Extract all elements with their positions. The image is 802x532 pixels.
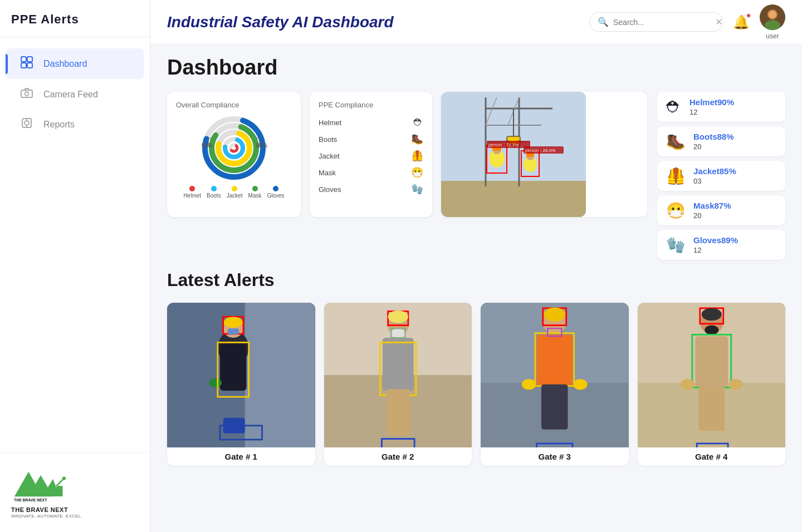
donut-chart: 90% 85% (200, 115, 267, 181)
camera-card: person - 72.2% person - 26.0% (441, 92, 647, 217)
svg-point-68 (224, 317, 243, 328)
ppe-item-helmet: Helmet ⛑ (319, 115, 423, 131)
compliance-pct-right: 85% (256, 142, 267, 149)
search-input[interactable] (613, 18, 711, 27)
topbar: Industrial Safety AI Dashboard 🔍 ✕ 🔔 (150, 0, 802, 45)
notification-area: 🔔 (733, 14, 750, 30)
svg-rect-2 (21, 63, 26, 68)
legend-gloves: Gloves (267, 186, 284, 199)
alert-gate4-label: Gate # 4 (638, 447, 786, 466)
stat-boots-info: Boots88% 20 (693, 132, 734, 151)
svg-point-104 (705, 326, 718, 335)
stat-helmet-count: 12 (689, 108, 734, 116)
legend-boots: Boots (207, 186, 221, 199)
alert-gate3-label: Gate # 3 (481, 447, 629, 466)
svg-rect-81 (382, 338, 413, 391)
sidebar-camera-label: Camera Feed (43, 90, 98, 100)
dashboard-icon (19, 56, 35, 71)
search-clear-icon[interactable]: ✕ (715, 17, 722, 27)
compliance-pct-left: 90% (202, 142, 213, 149)
alert-gate1-img (167, 303, 315, 447)
camera-icon (19, 88, 35, 101)
stat-mask-icon: 😷 (666, 201, 686, 220)
svg-point-103 (701, 308, 721, 321)
svg-point-107 (680, 379, 694, 390)
gloves-icon: 🧤 (411, 183, 423, 195)
svg-rect-92 (537, 334, 573, 386)
page-main-title: Industrial Safety AI Dashboard (167, 13, 394, 31)
stat-jacket-info: Jacket85% 03 (693, 166, 736, 185)
sidebar-logo-area: PPE Alerts (0, 0, 150, 37)
svg-line-13 (56, 479, 63, 486)
jacket-icon: 🦺 (411, 150, 423, 162)
sidebar-item-dashboard[interactable]: Dashboard (6, 48, 144, 79)
topbar-right: 🔍 ✕ 🔔 (589, 4, 785, 40)
stat-mask: 😷 Mask87% 20 (657, 195, 785, 225)
stat-boots-label: Boots88% (693, 132, 734, 141)
alert-gate1-label: Gate # 1 (167, 447, 315, 466)
stat-boots-count: 20 (693, 142, 734, 151)
legend-mask: Mask (248, 186, 262, 199)
legend-jacket: Jacket (227, 186, 243, 199)
alert-gate2: Gate # 2 (324, 303, 472, 466)
latest-alerts-title: Latest Alerts (167, 270, 785, 290)
sidebar-footer: THE BRAVE NEXT INNOVATE. AUTOMATE. EXCEL… (0, 452, 150, 532)
ppe-item-gloves: Gloves 🧤 (319, 181, 423, 198)
svg-point-95 (573, 379, 587, 390)
svg-point-80 (388, 311, 408, 323)
svg-point-83 (391, 328, 405, 338)
stat-jacket: 🦺 Jacket85% 03 (657, 161, 785, 191)
user-avatar[interactable] (760, 4, 785, 30)
stat-jacket-icon: 🦺 (666, 167, 686, 185)
svg-rect-109 (698, 386, 725, 431)
ppe-item-jacket: Jacket 🦺 (319, 147, 423, 164)
stat-gloves-label: Gloves89% (693, 235, 738, 245)
user-label: user (766, 32, 779, 40)
svg-rect-0 (21, 57, 26, 62)
mask-icon: 😷 (411, 166, 423, 179)
overall-compliance-title: Overall Compliance (176, 101, 292, 109)
svg-point-94 (522, 379, 536, 390)
sidebar-reports-label: Reports (43, 120, 75, 130)
alert-gate2-label: Gate # 2 (324, 447, 472, 466)
stat-gloves: 🧤 Gloves89% 12 (657, 230, 785, 260)
stat-helmet-info: Helmet90% 12 (689, 97, 734, 116)
stat-helmet: ⛑ Helmet90% 12 (657, 92, 785, 122)
svg-text:THE BRAVE NEXT: THE BRAVE NEXT (14, 498, 47, 502)
sidebar-item-camera-feed[interactable]: Camera Feed (6, 80, 144, 109)
alert-gate3: Gate # 3 (481, 303, 629, 466)
alert-gate4-img (638, 303, 786, 447)
svg-text:person - 26.0%: person - 26.0% (525, 148, 555, 153)
sidebar-item-reports[interactable]: Reports (6, 110, 144, 139)
svg-rect-105 (695, 336, 728, 387)
svg-point-108 (728, 379, 742, 390)
svg-point-14 (62, 476, 66, 480)
active-bar (6, 54, 8, 74)
svg-rect-1 (27, 57, 32, 62)
ppe-compliance-title: PPE Compliance (319, 101, 423, 109)
left-cards: Overall Compliance 90% 85% (167, 92, 647, 217)
alert-gate4: Gate # 4 (638, 303, 786, 466)
stat-jacket-count: 03 (693, 177, 736, 185)
stat-jacket-label: Jacket85% (693, 166, 736, 176)
boots-icon: 🥾 (411, 133, 423, 145)
sidebar-logo-text: PPE Alerts (11, 12, 79, 26)
notification-bell-icon[interactable]: 🔔 (733, 14, 750, 30)
alert-gate1: Gate # 1 (167, 303, 315, 466)
stat-gloves-count: 12 (693, 246, 738, 254)
sidebar: PPE Alerts Dashboard (0, 0, 150, 532)
svg-rect-12 (56, 486, 62, 496)
alert-gate3-img (481, 303, 629, 447)
svg-text:person - 72.2%: person - 72.2% (488, 142, 519, 147)
overall-compliance-card: Overall Compliance 90% 85% (167, 92, 301, 217)
user-label-wrap: user (760, 4, 785, 40)
reports-icon (19, 117, 35, 131)
sidebar-dashboard-label: Dashboard (43, 59, 87, 69)
stat-mask-label: Mask87% (693, 201, 731, 210)
stat-helmet-icon: ⛑ (666, 98, 682, 116)
svg-rect-69 (228, 328, 239, 334)
stat-helmet-label: Helmet90% (689, 97, 734, 107)
stat-gloves-info: Gloves89% 12 (693, 235, 738, 254)
ppe-compliance-card: PPE Compliance Helmet ⛑ Boots 🥾 Jacket 🦺 (310, 92, 432, 217)
page-content: Dashboard Overall Compliance 90% 85% (150, 45, 802, 477)
